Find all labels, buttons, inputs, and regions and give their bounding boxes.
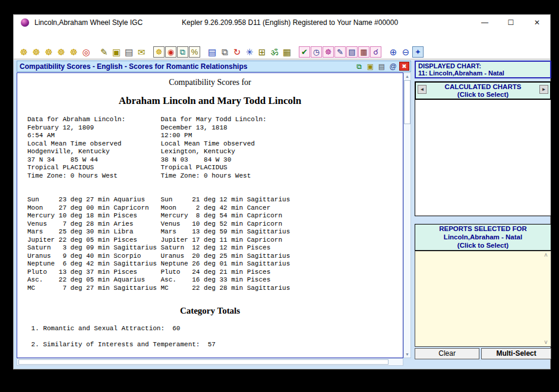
window-title-chart: Lincoln,Abraham Wheel Style IGC — [34, 18, 143, 27]
toolbar-icon-glyph: % — [191, 48, 198, 56]
email-at-icon[interactable]: @ — [388, 62, 398, 71]
clock-icon[interactable]: ◷ — [311, 46, 322, 58]
report-page-icon[interactable]: ▤ — [346, 46, 358, 58]
toolbar-icon-glyph: ☸ — [57, 48, 65, 56]
toolbar-icon-glyph: ✎ — [337, 48, 343, 56]
scrollbar-thumb[interactable] — [404, 80, 410, 124]
email-chart-icon[interactable]: ✉ — [135, 46, 147, 58]
report-viewer: Compatibility Scores - English - Scores … — [17, 61, 411, 366]
charts-next-icon[interactable]: ► — [539, 85, 548, 94]
snapshot-icon[interactable]: ⧉ — [177, 46, 188, 58]
multi-select-button[interactable]: Multi-Select — [481, 348, 551, 359]
clear-button[interactable]: Clear — [415, 348, 479, 359]
maximize-icon[interactable]: ☐ — [498, 15, 524, 30]
save-chart-icon[interactable]: ▣ — [110, 46, 122, 58]
wheel-chart-icon[interactable]: ☸ — [30, 46, 42, 58]
new-wheel-icon[interactable]: ☸ — [18, 46, 30, 58]
toolbar-icon-glyph: ✳ — [246, 48, 254, 56]
displayed-chart-box: DISPLAYED CHART: 11: Lincoln,Abraham - N… — [415, 61, 551, 78]
category-totals-body: 1. Romantic and Sexual Attraction: 60 2.… — [27, 325, 403, 349]
minimize-icon[interactable]: — — [472, 15, 498, 30]
document-title: Abraham Lincoln and Mary Todd Lincoln — [17, 95, 403, 107]
calculated-charts-subtitle: (Click to Select) — [416, 91, 550, 99]
copy-window-icon[interactable]: ⧉ — [354, 62, 364, 71]
find-page-icon[interactable]: ☌ — [370, 46, 381, 58]
reports-scroll-down-icon[interactable]: ˅ — [542, 339, 549, 346]
reports-scroll-up-icon[interactable]: ˄ — [542, 252, 549, 258]
scrollbar-thumb[interactable] — [18, 359, 389, 365]
edit-page-icon[interactable]: ✎ — [334, 46, 346, 58]
toolbar-icon-glyph: ↻ — [233, 48, 241, 56]
zoom-out-icon[interactable]: ⊖ — [400, 46, 412, 58]
displayed-chart-label: DISPLAYED CHART: — [418, 62, 548, 69]
document-body: Data for Abraham Lincoln: Data for Mary … — [27, 116, 403, 292]
scroll-down-icon[interactable]: ▼ — [405, 351, 409, 358]
calculated-charts-header: ◄ CALCULATED CHARTS (Click to Select) ► — [415, 81, 551, 100]
pages-icon[interactable]: ⧉ — [219, 46, 230, 58]
save-icon[interactable]: ▣ — [365, 62, 375, 71]
reports-chart-name: Lincoln,Abraham - Natal — [415, 233, 551, 242]
close-icon[interactable]: ✕ — [524, 15, 550, 30]
open-wheel-icon[interactable]: ☸ — [43, 46, 55, 58]
toolbar-icon-glyph: ◉ — [168, 48, 174, 56]
check-icon[interactable]: ✔ — [299, 46, 310, 58]
listing-icon[interactable]: ▤ — [206, 46, 218, 58]
viewer-toolbar: ⧉▣▤@✖ — [354, 62, 409, 71]
wheel-window-icon[interactable]: ☸ — [153, 46, 165, 58]
toolbar-icon-glyph: ⧉ — [222, 48, 228, 56]
sparkle-icon[interactable]: ✦ — [412, 46, 424, 58]
y-wheel-icon[interactable]: ☸ — [323, 46, 334, 58]
viewer-header: Compatibility Scores - English - Scores … — [17, 61, 411, 72]
viewer-icon-glyph: ✖ — [402, 64, 406, 69]
window-title-app: Kepler 9.26.209.958 D11 (English) Regist… — [182, 18, 398, 27]
wheel-slice-icon[interactable]: ☸ — [68, 46, 80, 58]
toolbar-icon-glyph: ⊕ — [390, 48, 397, 56]
app-icon — [21, 18, 29, 27]
astromap-icon[interactable]: ✳ — [244, 46, 255, 58]
ratio-icon[interactable]: % — [189, 46, 200, 58]
toolbar-icon-glyph: ☸ — [20, 48, 27, 56]
category-totals-heading: Category Totals — [17, 306, 403, 316]
zoom-in-icon[interactable]: ⊕ — [387, 46, 399, 58]
target-window-icon[interactable]: ◉ — [165, 46, 176, 58]
grid-wheel-icon[interactable]: ⊞ — [256, 46, 268, 58]
title-bar: Lincoln,Abraham Wheel Style IGC Kepler 9… — [14, 15, 550, 30]
target-wheel-icon[interactable]: ◎ — [80, 46, 92, 58]
calculated-charts-list — [415, 100, 551, 216]
reports-header: REPORTS SELECTED FOR Lincoln,Abraham - N… — [415, 224, 551, 251]
vertical-scrollbar[interactable]: ▲ ▼ — [403, 72, 411, 358]
om-icon[interactable]: ॐ — [269, 46, 280, 58]
print-chart-icon[interactable]: ▤ — [123, 46, 135, 58]
toolbar-icon-glyph: ☸ — [325, 48, 332, 56]
toolbar-icon-glyph: ▦ — [283, 48, 291, 56]
calendar-icon[interactable]: ▦ — [358, 46, 369, 58]
toolbar-icon-glyph: ▤ — [348, 48, 355, 56]
charts-prev-icon[interactable]: ◄ — [418, 85, 427, 94]
edit-note-icon[interactable]: ✎ — [98, 46, 110, 58]
reports-buttons: Clear Multi-Select — [415, 348, 551, 359]
toolbar-icon-glyph: ◎ — [82, 48, 90, 56]
viewer-icon-glyph: ▤ — [378, 63, 385, 70]
toolbar-icon-glyph: ▣ — [112, 48, 121, 56]
horizontal-scrollbar[interactable] — [17, 358, 403, 366]
toolbar-icon-glyph: ✔ — [301, 48, 308, 56]
content-area: Compatibility Scores - English - Scores … — [14, 60, 550, 369]
toolbar-icon-glyph: ⊞ — [258, 48, 266, 56]
toolbar-icon-glyph: ✎ — [100, 48, 108, 56]
toolbar-icon-glyph: ✉ — [138, 48, 146, 56]
sidebar: DISPLAYED CHART: 11: Lincoln,Abraham - N… — [415, 61, 551, 359]
toolbar-icon-glyph: ☸ — [70, 48, 77, 56]
close-icon[interactable]: ✖ — [399, 62, 409, 71]
toolbar-icon-glyph: ▤ — [125, 48, 133, 56]
print-icon[interactable]: ▤ — [377, 62, 387, 71]
table-icon[interactable]: ▦ — [281, 46, 293, 58]
toolbar-icon-glyph: ⊖ — [402, 48, 410, 56]
app-window: Lincoln,Abraham Wheel Style IGC Kepler 9… — [13, 14, 551, 369]
toolbar-icon-glyph: ✦ — [415, 48, 421, 56]
refresh-icon[interactable]: ↻ — [231, 46, 243, 58]
viewer-icon-glyph: ▣ — [367, 63, 374, 70]
toolbar-icon-glyph: ▦ — [360, 48, 367, 56]
toolbar-icon-glyph: ▤ — [208, 48, 216, 56]
scroll-up-icon[interactable]: ▲ — [405, 73, 409, 80]
wheel-pointer-icon[interactable]: ☸ — [55, 46, 67, 58]
